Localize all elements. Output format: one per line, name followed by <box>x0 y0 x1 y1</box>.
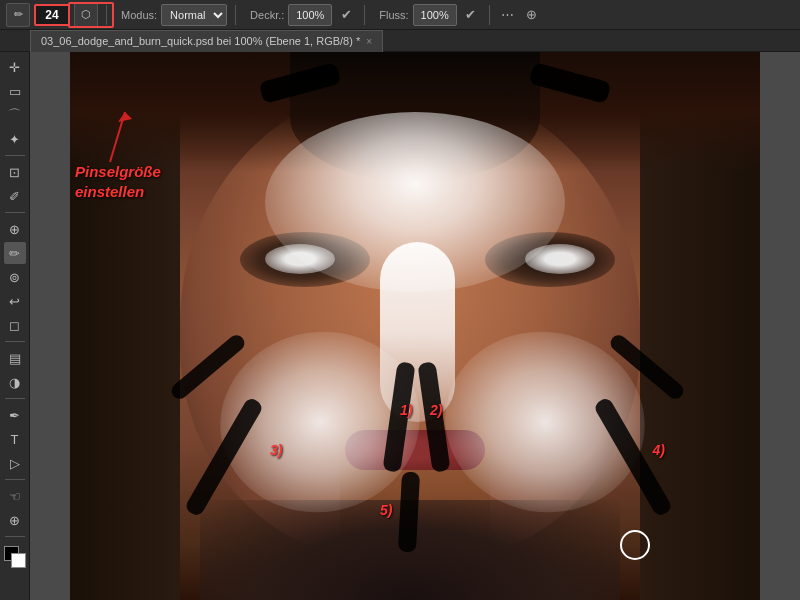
tool-brush[interactable]: ✏ <box>4 242 26 264</box>
tool-text[interactable]: T <box>4 428 26 450</box>
canvas-area[interactable]: 1) 2) 3) 4) 5) Pinselgrößeeinstellen <box>30 52 800 600</box>
brush-size-display[interactable]: 24 <box>34 4 70 26</box>
alpha-lock-icon[interactable]: ⊕ <box>522 5 542 25</box>
tool-divider-6 <box>5 536 25 537</box>
tool-divider-4 <box>5 398 25 399</box>
tool-healing[interactable]: ⊕ <box>4 218 26 240</box>
left-toolbar: ✛ ▭ ⌒ ✦ ⊡ ✐ ⊕ ✏ ⊚ ↩ ◻ ▤ ◑ ✒ T ▷ ☜ ⊕ <box>0 52 30 600</box>
main-area: ✛ ▭ ⌒ ✦ ⊡ ✐ ⊕ ✏ ⊚ ↩ ◻ ▤ ◑ ✒ T ▷ ☜ ⊕ <box>0 52 800 600</box>
toolbar-separator-2 <box>235 5 236 25</box>
tool-divider-5 <box>5 479 25 480</box>
document-tab[interactable]: 03_06_dodge_and_burn_quick.psd bei 100% … <box>30 30 383 52</box>
tool-divider-3 <box>5 341 25 342</box>
tool-crop[interactable]: ⊡ <box>4 161 26 183</box>
tool-pen[interactable]: ✒ <box>4 404 26 426</box>
tool-dodge[interactable]: ◑ <box>4 371 26 393</box>
tool-clone[interactable]: ⊚ <box>4 266 26 288</box>
fluss-input[interactable] <box>413 4 457 26</box>
tab-title: 03_06_dodge_and_burn_quick.psd bei 100% … <box>41 35 360 47</box>
toolbar-separator-4 <box>489 5 490 25</box>
tab-bar: 03_06_dodge_and_burn_quick.psd bei 100% … <box>0 30 800 52</box>
deckr-input[interactable] <box>288 4 332 26</box>
tool-marquee-rect[interactable]: ▭ <box>4 80 26 102</box>
color-swatch[interactable] <box>4 546 26 568</box>
tool-zoom[interactable]: ⊕ <box>4 509 26 531</box>
tool-hand[interactable]: ☜ <box>4 485 26 507</box>
tool-magic-wand[interactable]: ✦ <box>4 128 26 150</box>
tool-move[interactable]: ✛ <box>4 56 26 78</box>
tab-close-button[interactable]: × <box>366 36 372 47</box>
modus-label: Modus: <box>121 9 157 21</box>
tool-path-select[interactable]: ▷ <box>4 452 26 474</box>
tool-divider-1 <box>5 155 25 156</box>
tool-eraser[interactable]: ◻ <box>4 314 26 336</box>
tool-eyedropper[interactable]: ✐ <box>4 185 26 207</box>
tool-lasso[interactable]: ⌒ <box>4 104 26 126</box>
photo-canvas[interactable]: 1) 2) 3) 4) 5) <box>70 52 760 600</box>
top-toolbar: ✏ 24 ⬡ Modus: Normal Deckr.: ✔ Fluss: ✔ … <box>0 0 800 30</box>
tool-divider-2 <box>5 212 25 213</box>
toolbar-separator-3 <box>364 5 365 25</box>
tool-history-brush[interactable]: ↩ <box>4 290 26 312</box>
pen-pressure-icon[interactable]: ✏ <box>6 3 30 27</box>
fluss-label: Fluss: <box>379 9 408 21</box>
deckr-check-icon[interactable]: ✔ <box>336 5 356 25</box>
airbrush-icon[interactable]: ⋯ <box>498 5 518 25</box>
brush-preview-icon[interactable]: ⬡ <box>74 3 98 27</box>
canvas-wrapper: 1) 2) 3) 4) 5) <box>30 52 800 600</box>
fluss-check-icon[interactable]: ✔ <box>461 5 481 25</box>
toolbar-separator-1 <box>106 5 107 25</box>
modus-select[interactable]: Normal <box>161 4 227 26</box>
tool-gradient[interactable]: ▤ <box>4 347 26 369</box>
deckr-label: Deckr.: <box>250 9 284 21</box>
